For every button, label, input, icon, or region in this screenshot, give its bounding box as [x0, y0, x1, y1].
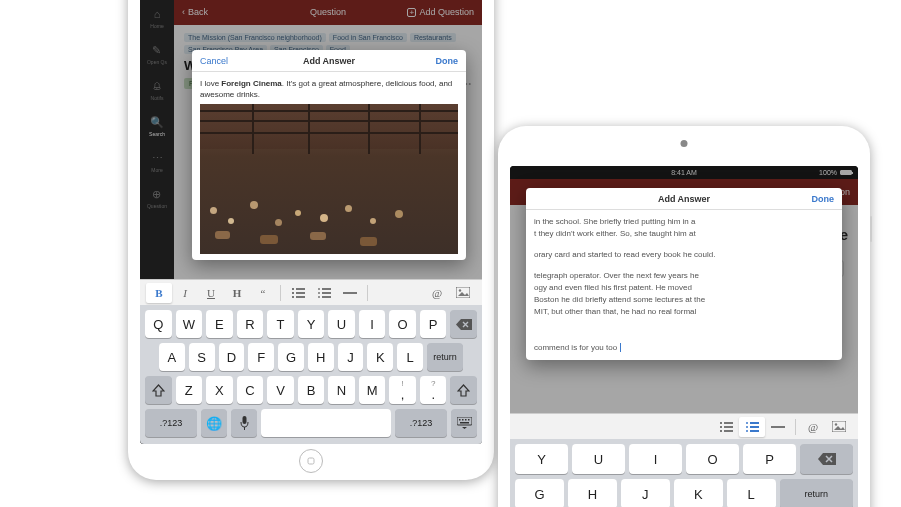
keyboard-row-3: Z X C V B N M !, ?.: [143, 376, 479, 404]
key-l[interactable]: L: [727, 479, 776, 507]
key-hide-keyboard[interactable]: [451, 409, 477, 437]
key-u[interactable]: U: [572, 444, 625, 474]
back-button[interactable]: ‹Back: [182, 7, 208, 17]
key-e[interactable]: E: [206, 310, 233, 338]
key-q[interactable]: Q: [145, 310, 172, 338]
svg-rect-3: [296, 292, 305, 294]
key-r[interactable]: R: [237, 310, 264, 338]
key-m[interactable]: M: [359, 376, 386, 404]
topic-chip[interactable]: The Mission (San Francisco neighborhood): [184, 33, 326, 42]
key-backspace[interactable]: [800, 444, 853, 474]
ordered-list-button[interactable]: [713, 417, 739, 437]
heading-button[interactable]: H: [224, 283, 250, 303]
key-j[interactable]: J: [621, 479, 670, 507]
key-numbers[interactable]: .?123: [145, 409, 197, 437]
format-toolbar: @: [510, 413, 858, 439]
mention-button[interactable]: @: [800, 417, 826, 437]
side-button: [870, 216, 872, 242]
add-question-button[interactable]: +Add Question: [407, 7, 474, 17]
image-button[interactable]: [450, 283, 476, 303]
sidebar-openqs[interactable]: ✎Open Qs: [147, 43, 167, 65]
status-bar: 8:41 AM 100%: [510, 166, 858, 179]
sidebar-home[interactable]: ⌂Home: [150, 7, 164, 29]
key-n[interactable]: N: [328, 376, 355, 404]
key-shift[interactable]: [145, 376, 172, 404]
sidebar-search[interactable]: 🔍Search: [149, 115, 165, 137]
key-t[interactable]: T: [267, 310, 294, 338]
key-return[interactable]: return: [427, 343, 463, 371]
key-g[interactable]: G: [515, 479, 564, 507]
sidebar-more[interactable]: ⋯More: [150, 151, 164, 173]
key-g[interactable]: G: [278, 343, 304, 371]
more-icon: ⋯: [150, 151, 164, 165]
topic-chip[interactable]: Food in San Francisco: [329, 33, 407, 42]
done-button[interactable]: Done: [436, 56, 459, 66]
key-p[interactable]: P: [743, 444, 796, 474]
hr-button[interactable]: [337, 283, 363, 303]
key-s[interactable]: S: [189, 343, 215, 371]
key-h[interactable]: H: [308, 343, 334, 371]
key-k[interactable]: K: [367, 343, 393, 371]
home-button[interactable]: [299, 449, 323, 473]
modal-title: Add Answer: [658, 194, 710, 204]
key-u[interactable]: U: [328, 310, 355, 338]
search-icon: 🔍: [150, 115, 164, 129]
quote-button[interactable]: “: [250, 283, 276, 303]
bold-button[interactable]: B: [146, 283, 172, 303]
cancel-button[interactable]: Cancel: [200, 56, 228, 66]
underline-button[interactable]: U: [198, 283, 224, 303]
key-k[interactable]: K: [674, 479, 723, 507]
key-c[interactable]: C: [237, 376, 264, 404]
keyboard-row-1: Y U I O P: [513, 444, 855, 474]
key-backspace[interactable]: [450, 310, 477, 338]
svg-rect-23: [720, 422, 722, 424]
key-globe[interactable]: 🌐: [201, 409, 227, 437]
key-o[interactable]: O: [389, 310, 416, 338]
key-x[interactable]: X: [206, 376, 233, 404]
key-v[interactable]: V: [267, 376, 294, 404]
svg-rect-18: [459, 419, 461, 421]
mention-button[interactable]: @: [424, 283, 450, 303]
key-comma[interactable]: !,: [389, 376, 416, 404]
key-period[interactable]: ?.: [420, 376, 447, 404]
key-shift-right[interactable]: [450, 376, 477, 404]
unordered-list-button[interactable]: [311, 283, 337, 303]
sidebar-question[interactable]: ⊕Question: [147, 187, 167, 209]
key-w[interactable]: W: [176, 310, 203, 338]
key-space[interactable]: [261, 409, 391, 437]
key-return[interactable]: return: [780, 479, 853, 507]
key-p[interactable]: P: [420, 310, 447, 338]
key-z[interactable]: Z: [176, 376, 203, 404]
key-f[interactable]: F: [248, 343, 274, 371]
done-button[interactable]: Done: [812, 194, 835, 204]
answer-editor[interactable]: in the school. She briefly tried putting…: [526, 210, 842, 360]
key-y[interactable]: Y: [298, 310, 325, 338]
key-h[interactable]: H: [568, 479, 617, 507]
modal-header: Add Answer Done: [526, 188, 842, 210]
answer-editor[interactable]: I love Foreign Cinema. It's got a great …: [192, 72, 466, 260]
key-y[interactable]: Y: [515, 444, 568, 474]
key-a[interactable]: A: [159, 343, 185, 371]
key-o[interactable]: O: [686, 444, 739, 474]
key-i[interactable]: I: [359, 310, 386, 338]
key-d[interactable]: D: [219, 343, 245, 371]
key-i[interactable]: I: [629, 444, 682, 474]
italic-button[interactable]: I: [172, 283, 198, 303]
key-l[interactable]: L: [397, 343, 423, 371]
sidebar-notifs[interactable]: 🕭Notifs: [150, 79, 164, 101]
ordered-list-button[interactable]: [285, 283, 311, 303]
key-b[interactable]: B: [298, 376, 325, 404]
unordered-list-button[interactable]: [739, 417, 765, 437]
key-mic[interactable]: [231, 409, 257, 437]
key-numbers-right[interactable]: .?123: [395, 409, 447, 437]
add-answer-modal: Cancel Add Answer Done I love Foreign Ci…: [192, 50, 466, 260]
topic-chip[interactable]: Restaurants: [410, 33, 456, 42]
image-button[interactable]: [826, 417, 852, 437]
hr-button[interactable]: [765, 417, 791, 437]
key-j[interactable]: J: [338, 343, 364, 371]
chevron-left-icon: ‹: [182, 7, 185, 17]
separator: [367, 285, 368, 301]
svg-rect-26: [724, 426, 733, 428]
svg-rect-15: [242, 416, 246, 424]
svg-rect-27: [720, 430, 722, 432]
